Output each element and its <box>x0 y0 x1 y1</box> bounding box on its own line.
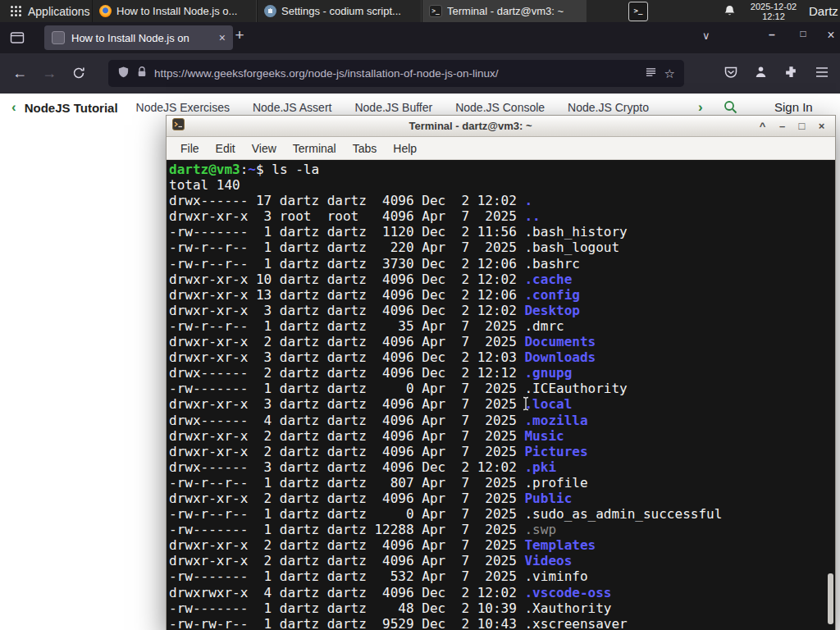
account-icon[interactable] <box>754 65 768 82</box>
taskbar-item[interactable]: Settings - codium script... <box>257 0 422 22</box>
tray: >_ <box>628 2 648 21</box>
browser-tab[interactable]: How to Install Node.js on × <box>44 25 233 50</box>
terminal-shade-button[interactable]: ^ <box>756 117 769 135</box>
gfg-scroll-right-icon[interactable]: › <box>698 99 703 116</box>
browser-toolbar: ← → https://www.geeksforgeeks.org/node-j… <box>0 53 840 94</box>
hamburger-menu-icon[interactable] <box>815 66 829 81</box>
taskbar-item-label: How to Install Node.js o... <box>116 5 237 17</box>
firefox-icon <box>99 5 112 17</box>
terminal-scrollbar-thumb[interactable] <box>828 573 833 624</box>
list-tabs-chevron-icon[interactable]: ∨ <box>702 30 710 42</box>
terminal-menu-item[interactable]: File <box>173 139 207 158</box>
terminal-content[interactable]: dartz@vm3:~$ ls -latotal 140drwx------ 1… <box>167 160 835 630</box>
forward-button[interactable]: → <box>39 63 59 83</box>
notifications-bell-icon[interactable] <box>724 4 736 21</box>
gfg-nav-item[interactable]: Node.JS Crypto <box>568 101 649 114</box>
reader-view-icon[interactable] <box>645 66 657 81</box>
clock-date: 2025-12-02 <box>745 2 802 11</box>
window-minimize-button[interactable]: – <box>761 28 783 41</box>
tracking-shield-icon[interactable] <box>117 66 130 82</box>
gfg-signin-button[interactable]: Sign In <box>774 100 813 114</box>
new-tab-button[interactable]: + <box>230 26 249 44</box>
firefox-view-icon[interactable] <box>10 30 25 48</box>
terminal-menu-item[interactable]: Terminal <box>285 139 344 158</box>
terminal-menu-item[interactable]: View <box>244 139 284 158</box>
terminal-menu-item[interactable]: Help <box>386 139 424 158</box>
taskbar-item[interactable]: How to Install Node.js o... <box>92 0 257 22</box>
reload-button[interactable] <box>69 63 89 83</box>
clock[interactable]: 2025-12-02 12:12 <box>745 2 802 21</box>
terminal-menu-item[interactable]: Edit <box>208 139 243 158</box>
taskbar-item-label: Settings - codium script... <box>281 5 401 17</box>
terminal-maximize-button[interactable]: □ <box>796 117 808 135</box>
window-close-button[interactable]: × <box>820 28 840 43</box>
tab-close-icon[interactable]: × <box>219 31 226 44</box>
terminal-minimize-button[interactable]: – <box>776 117 788 135</box>
applications-label: Applications <box>28 5 90 18</box>
gfg-nav-item[interactable]: NodeJS Exercises <box>136 101 230 114</box>
top-panel: Applications How to Install Node.js o...… <box>0 0 840 22</box>
applications-grid-icon <box>10 5 22 17</box>
terminal-titlebar[interactable]: Terminal - dartz@vm3: ~ ^ – □ × <box>167 116 835 137</box>
url-bar[interactable]: https://www.geeksforgeeks.org/node-js/in… <box>108 60 684 87</box>
back-button[interactable]: ← <box>10 63 30 83</box>
browser-tab-bar: How to Install Node.js on × + ∨ – □ × <box>0 22 840 53</box>
extensions-puzzle-icon[interactable] <box>784 65 798 82</box>
taskbar-item-label: Terminal - dartz@vm3: ~ <box>447 5 564 17</box>
pocket-icon[interactable] <box>724 65 738 83</box>
terminal-icon: >_ <box>429 5 442 17</box>
terminal-menubar: FileEditViewTerminalTabsHelp <box>167 137 835 160</box>
window-maximize-button[interactable]: □ <box>792 28 814 39</box>
tab-favicon <box>52 31 65 44</box>
terminal-app-icon <box>172 118 185 134</box>
lock-icon[interactable] <box>137 66 147 81</box>
url-text[interactable]: https://www.geeksforgeeks.org/node-js/in… <box>154 67 637 80</box>
gfg-nav-items: NodeJS ExercisesNode.JS AssertNode.JS Bu… <box>136 101 653 114</box>
clock-time: 12:12 <box>745 11 802 21</box>
terminal-window: Terminal - dartz@vm3: ~ ^ – □ × FileEdit… <box>166 115 836 630</box>
gfg-nav-item[interactable]: Node.JS Assert <box>253 101 332 114</box>
taskbar: How to Install Node.js o...Settings - co… <box>92 0 587 22</box>
gfg-nav-item[interactable]: Node.JS Buffer <box>354 101 432 114</box>
bookmark-star-icon[interactable]: ☆ <box>664 66 675 81</box>
desktop: Applications How to Install Node.js o...… <box>0 0 840 630</box>
terminal-menu-item[interactable]: Tabs <box>345 139 385 158</box>
settings-icon <box>264 5 276 17</box>
taskbar-item[interactable]: >_Terminal - dartz@vm3: ~ <box>422 0 587 22</box>
applications-menu[interactable]: Applications <box>0 0 100 22</box>
tab-title: How to Install Node.js on <box>71 32 212 44</box>
user-label: Dartz <box>809 4 838 18</box>
terminal-close-button[interactable]: × <box>815 117 828 135</box>
gfg-tutorial-link[interactable]: NodeJS Tutorial <box>25 101 118 115</box>
gfg-scroll-left-icon[interactable]: ‹ <box>11 99 16 116</box>
terminal-output: dartz@vm3:~$ ls -latotal 140drwx------ 1… <box>169 162 835 630</box>
terminal-title: Terminal - dartz@vm3: ~ <box>190 120 751 132</box>
gfg-nav-item[interactable]: Node.JS Console <box>455 101 545 114</box>
mouse-cursor <box>522 396 530 414</box>
tray-terminal-icon[interactable]: >_ <box>628 2 648 21</box>
